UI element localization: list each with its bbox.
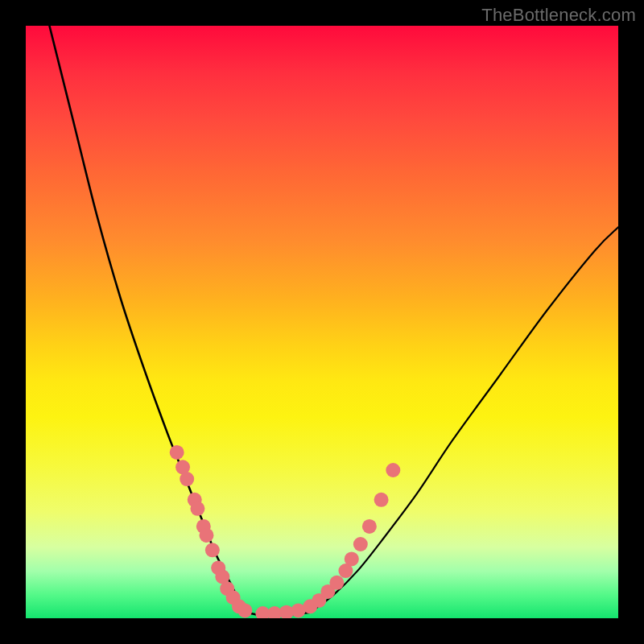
watermark-text: TheBottleneck.com (481, 5, 636, 26)
bead-marker (362, 519, 377, 534)
bead-marker (345, 551, 359, 566)
bead-marker (175, 460, 190, 474)
bead-marker (320, 584, 335, 599)
bead-marker (199, 528, 213, 543)
bead-marker (220, 581, 234, 596)
bead-marker (279, 605, 294, 618)
beads-right-group (255, 463, 400, 618)
bead-marker (205, 543, 220, 557)
bead-marker (255, 606, 270, 618)
bead-marker (232, 599, 246, 613)
bead-marker (312, 593, 326, 608)
bead-marker (215, 569, 229, 584)
bead-marker (267, 606, 282, 618)
bead-marker (329, 576, 344, 590)
bead-marker (303, 599, 317, 613)
bead-marker (291, 603, 306, 617)
curve-right-path (310, 227, 618, 612)
beads-left-group (170, 445, 253, 618)
bead-marker (196, 519, 211, 534)
curve-left-path (49, 26, 245, 613)
bead-marker (386, 463, 400, 477)
bead-marker (237, 603, 252, 617)
bead-marker (188, 493, 202, 507)
bead-marker (374, 493, 389, 507)
bead-marker (170, 445, 184, 460)
curve-layer (26, 26, 618, 618)
bead-marker (211, 560, 225, 575)
curve-floor-path (245, 613, 310, 616)
bead-marker (353, 537, 368, 551)
bead-marker (338, 564, 353, 578)
bead-marker (226, 590, 241, 605)
plot-area (26, 26, 618, 618)
bead-marker (190, 502, 204, 516)
bead-marker (180, 472, 194, 486)
chart-frame: TheBottleneck.com (0, 0, 644, 644)
